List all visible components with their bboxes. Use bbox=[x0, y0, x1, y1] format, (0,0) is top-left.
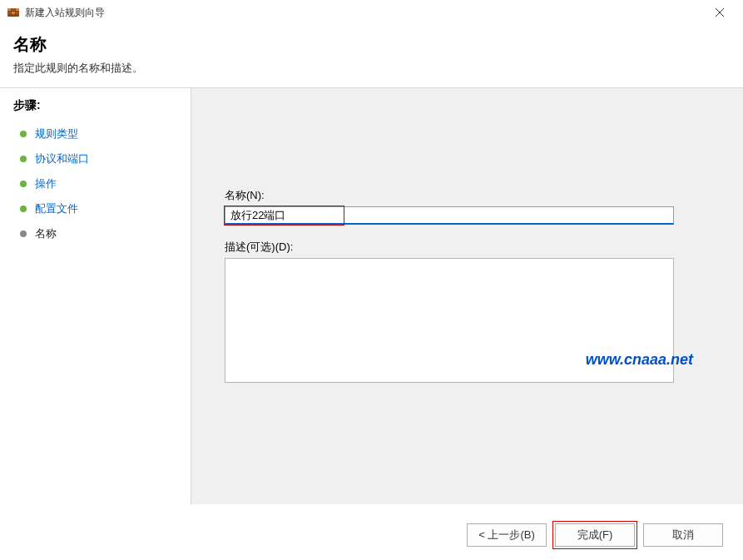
step-name[interactable]: 名称 bbox=[0, 221, 191, 246]
titlebar: 新建入站规则向导 bbox=[0, 0, 743, 25]
step-action[interactable]: 操作 bbox=[0, 171, 191, 196]
name-label: 名称(N): bbox=[225, 188, 710, 203]
step-protocol-port[interactable]: 协议和端口 bbox=[0, 146, 191, 171]
page-subtitle: 指定此规则的名称和描述。 bbox=[13, 61, 730, 76]
step-label: 规则类型 bbox=[35, 126, 78, 141]
svg-rect-5 bbox=[12, 12, 15, 14]
svg-rect-6 bbox=[16, 12, 19, 14]
wizard-header: 名称 指定此规则的名称和描述。 bbox=[0, 25, 743, 88]
back-button[interactable]: < 上一步(B) bbox=[467, 523, 547, 547]
bullet-icon bbox=[20, 181, 27, 187]
step-label: 配置文件 bbox=[35, 201, 78, 216]
bullet-icon bbox=[20, 230, 27, 237]
close-icon[interactable] bbox=[703, 0, 736, 25]
window-title: 新建入站规则向导 bbox=[25, 6, 703, 20]
firewall-icon bbox=[7, 6, 20, 19]
step-label: 操作 bbox=[35, 176, 57, 191]
main-content: 名称(N): 描述(可选)(D): www.cnaaa.net bbox=[191, 88, 743, 504]
step-rule-type[interactable]: 规则类型 bbox=[0, 121, 191, 146]
step-profile[interactable]: 配置文件 bbox=[0, 196, 191, 221]
svg-rect-2 bbox=[12, 8, 15, 11]
page-title: 名称 bbox=[13, 33, 730, 56]
cancel-button[interactable]: 取消 bbox=[643, 523, 723, 547]
svg-rect-4 bbox=[7, 12, 11, 14]
description-label: 描述(可选)(D): bbox=[225, 240, 710, 255]
wizard-footer: < 上一步(B) 完成(F) 取消 bbox=[467, 523, 723, 547]
finish-button[interactable]: 完成(F) bbox=[555, 523, 635, 547]
step-label: 协议和端口 bbox=[35, 151, 89, 166]
bullet-icon bbox=[20, 206, 27, 212]
description-textarea[interactable] bbox=[225, 258, 674, 383]
svg-rect-3 bbox=[16, 8, 19, 11]
bullet-icon bbox=[20, 131, 27, 137]
bullet-icon bbox=[20, 156, 27, 162]
step-label: 名称 bbox=[35, 226, 57, 241]
steps-label: 步骤: bbox=[0, 98, 191, 121]
svg-rect-1 bbox=[7, 8, 11, 11]
name-input[interactable] bbox=[225, 206, 674, 225]
steps-sidebar: 步骤: 规则类型 协议和端口 操作 配置文件 名称 bbox=[0, 88, 191, 504]
